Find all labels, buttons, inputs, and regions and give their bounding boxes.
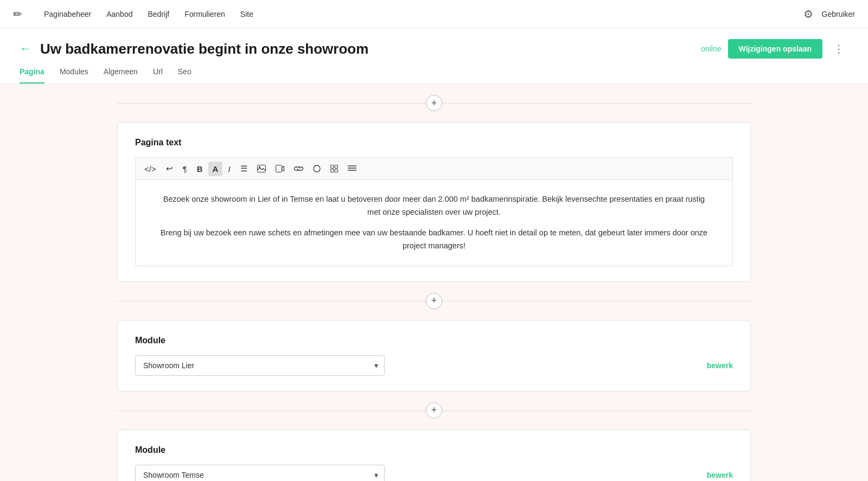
toolbar-link-btn[interactable] [290, 163, 308, 174]
main-content: + Pagina text </> ↩ ¶ B A I ☰ [98, 84, 770, 481]
page-header-top: ← Uw badkamerrenovatie begint in onze sh… [20, 39, 848, 59]
tab-url[interactable]: Url [153, 67, 163, 84]
module-card-1-title: Module [135, 336, 733, 345]
header-actions: online Wijzigingen opslaan ⋮ [701, 39, 848, 59]
page-title-row: ← Uw badkamerrenovatie begint in onze sh… [20, 41, 368, 57]
module-card-1: Module Showroom Lier Showroom Temse Show… [117, 320, 751, 392]
toolbar-code-btn[interactable]: </> [140, 162, 161, 176]
top-navigation: ✏ Paginabeheer Aanbod Bedrijf Formuliere… [0, 0, 868, 28]
editor-paragraph-2: Breng bij uw bezoek een ruwe schets en a… [157, 227, 711, 253]
toolbar-italic-btn[interactable]: I [224, 162, 234, 176]
tab-pagina[interactable]: Pagina [20, 67, 44, 84]
svg-point-3 [314, 165, 320, 172]
toolbar-bold-btn[interactable]: B [193, 162, 207, 176]
toolbar-align-btn[interactable] [343, 163, 361, 175]
add-divider-bottom: + [117, 392, 751, 429]
add-block-button-bottom[interactable]: + [426, 402, 442, 419]
svg-rect-2 [276, 165, 282, 172]
nav-link-formulieren[interactable]: Formulieren [184, 10, 225, 18]
nav-link-bedrijf[interactable]: Bedrijf [148, 10, 169, 18]
editor-card-title: Pagina text [135, 138, 733, 147]
nav-right: ⚙ Gebruiker [803, 8, 855, 21]
svg-rect-6 [330, 169, 334, 172]
editor-card: Pagina text </> ↩ ¶ B A I ☰ [117, 122, 751, 282]
more-options-button[interactable]: ⋮ [829, 40, 848, 57]
toolbar-video-btn[interactable] [271, 162, 289, 175]
module-select-1[interactable]: Showroom Lier Showroom Temse Showroom Ge… [135, 355, 385, 376]
back-button[interactable]: ← [20, 42, 31, 56]
bewerk-link-1[interactable]: bewerk [707, 361, 733, 370]
module-select-2[interactable]: Showroom Lier Showroom Temse Showroom Ge… [135, 465, 385, 481]
page-tabs: Pagina Modules Algemeen Url Seo [20, 67, 848, 84]
svg-rect-5 [335, 165, 338, 169]
module-select-wrap-2: Showroom Lier Showroom Temse Showroom Ge… [135, 465, 385, 481]
nav-link-aanbod[interactable]: Aanbod [106, 10, 132, 18]
editor-toolbar: </> ↩ ¶ B A I ☰ [135, 157, 733, 180]
tab-modules[interactable]: Modules [60, 67, 88, 84]
toolbar-grid-btn[interactable] [326, 162, 342, 175]
toolbar-list-btn[interactable]: ☰ [236, 161, 252, 176]
save-button[interactable]: Wijzigingen opslaan [728, 39, 822, 59]
toolbar-image-btn[interactable] [253, 162, 270, 175]
add-divider-top: + [117, 84, 751, 122]
tab-seo[interactable]: Seo [178, 67, 192, 84]
svg-point-1 [259, 166, 260, 168]
svg-rect-7 [335, 169, 338, 172]
module-select-wrap-1: Showroom Lier Showroom Temse Showroom Ge… [135, 355, 385, 376]
nav-link-site[interactable]: Site [240, 10, 253, 18]
user-button[interactable]: Gebruiker [822, 10, 855, 18]
settings-icon[interactable]: ⚙ [803, 8, 813, 21]
module-row-2: Showroom Lier Showroom Temse Showroom Ge… [135, 465, 733, 481]
toolbar-shape-btn[interactable] [309, 162, 325, 175]
add-divider-middle: + [117, 282, 751, 320]
bewerk-link-2[interactable]: bewerk [707, 471, 733, 479]
add-block-button-middle[interactable]: + [426, 293, 442, 309]
module-row-1: Showroom Lier Showroom Temse Showroom Ge… [135, 355, 733, 376]
logo-icon: ✏ [13, 8, 22, 21]
toolbar-undo-btn[interactable]: ↩ [162, 161, 177, 176]
page-title: Uw badkamerrenovatie begint in onze show… [40, 41, 368, 57]
editor-body[interactable]: Bezoek onze showroom in Lier of in Temse… [135, 180, 733, 266]
svg-rect-4 [330, 165, 334, 169]
nav-links: Paginabeheer Aanbod Bedrijf Formulieren … [44, 10, 786, 18]
toolbar-paragraph-btn[interactable]: ¶ [178, 162, 192, 176]
toolbar-font-btn[interactable]: A [208, 162, 223, 176]
add-block-button-top[interactable]: + [426, 95, 442, 111]
module-card-2-title: Module [135, 445, 733, 455]
page-header: ← Uw badkamerrenovatie begint in onze sh… [0, 28, 868, 84]
editor-paragraph-1: Bezoek onze showroom in Lier of in Temse… [157, 193, 711, 219]
nav-link-paginabeheer[interactable]: Paginabeheer [44, 10, 91, 18]
module-card-2: Module Showroom Lier Showroom Temse Show… [117, 429, 751, 481]
online-status-badge: online [701, 44, 721, 53]
tab-algemeen[interactable]: Algemeen [104, 67, 138, 84]
